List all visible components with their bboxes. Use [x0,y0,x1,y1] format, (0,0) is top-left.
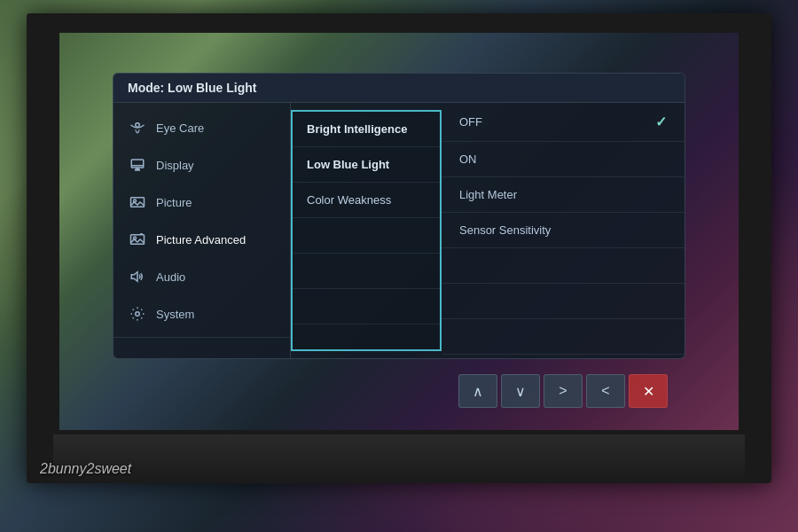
submenu-low-blue-light-label: Low Blue Light [307,158,389,171]
option-empty-1 [442,248,685,284]
submenu-bright-intelligence-label: Bright Intelligence [307,122,407,136]
submenu-empty-3 [293,289,440,325]
option-empty-2 [442,284,685,319]
nav-up-button[interactable]: ∧ [458,374,497,408]
eye-care-icon [128,118,147,137]
monitor-bottom-bezel [53,434,745,483]
option-off-check: ✓ [655,113,667,130]
sidebar-item-picture-advanced[interactable]: Picture Advanced [113,222,290,257]
mode-title-text: Mode: Low Blue Light [128,81,256,95]
system-icon [128,304,147,324]
option-empty-3 [442,319,685,355]
option-sensor-sensitivity[interactable]: Sensor Sensitivity [442,213,685,248]
option-light-meter-label: Light Meter [459,188,517,201]
mode-title: Mode: Low Blue Light [113,74,685,103]
monitor-screen: Mode: Low Blue Light [59,33,739,430]
nav-left-button[interactable]: < [586,374,625,408]
sidebar-item-system[interactable]: System [113,296,290,332]
nav-down-icon: ∨ [515,383,526,400]
picture-icon [128,192,147,212]
submenu-empty-4 [293,325,440,358]
nav-close-icon: ✕ [643,383,654,400]
nav-buttons: ∧ ∨ > < ✕ [458,374,668,408]
option-on[interactable]: ON [442,142,685,177]
option-sensor-sensitivity-label: Sensor Sensitivity [459,223,551,237]
submenu-empty-2 [293,254,440,289]
audio-icon [128,267,147,286]
option-light-meter[interactable]: Light Meter [442,177,685,213]
submenu-bright-intelligence[interactable]: Bright Intelligence [293,112,440,147]
nav-close-button[interactable]: ✕ [629,374,668,408]
svg-marker-8 [131,272,137,282]
sidebar-audio-label: Audio [156,270,185,284]
submenu-panel: Bright Intelligence Low Blue Light Color… [291,110,442,351]
sidebar-picture-label: Picture [156,196,192,209]
submenu-color-weakness-label: Color Weakness [307,193,391,207]
watermark: 2bunny2sweet [40,461,131,477]
watermark-text: 2bunny2sweet [40,461,131,476]
submenu-color-weakness[interactable]: Color Weakness [293,183,440,218]
nav-up-icon: ∧ [473,383,483,400]
sidebar-item-eye-care[interactable]: Eye Care [113,110,290,145]
nav-left-icon: < [601,383,609,399]
sidebar-item-display[interactable]: Display [113,147,290,183]
nav-right-icon: > [559,383,567,399]
sidebar-item-picture[interactable]: Picture [113,184,290,220]
svg-point-0 [136,123,140,128]
nav-right-button[interactable]: > [544,374,583,408]
sidebar-system-label: System [156,308,194,321]
monitor-bezel: Mode: Low Blue Light [27,13,771,483]
submenu-low-blue-light[interactable]: Low Blue Light [293,147,440,183]
sidebar-picture-advanced-label: Picture Advanced [156,233,246,246]
sidebar-item-audio[interactable]: Audio [113,259,290,294]
sidebar: Eye Care Display [113,103,291,358]
svg-point-9 [136,312,140,317]
options-panel: OFF ✓ ON Light Meter Sensor Sensitivity [442,103,685,358]
menu-content: Eye Care Display [113,103,685,358]
option-off[interactable]: OFF ✓ [442,103,685,142]
nav-down-button[interactable]: ∨ [501,374,540,408]
sidebar-display-label: Display [156,159,194,172]
option-off-label: OFF [459,115,482,129]
sidebar-divider [113,337,290,338]
option-on-label: ON [459,153,477,166]
osd-panel: Mode: Low Blue Light [113,73,685,359]
picture-advanced-icon [128,230,147,249]
sidebar-eye-care-label: Eye Care [156,121,204,135]
display-icon [128,155,147,175]
submenu-empty-1 [293,218,440,254]
